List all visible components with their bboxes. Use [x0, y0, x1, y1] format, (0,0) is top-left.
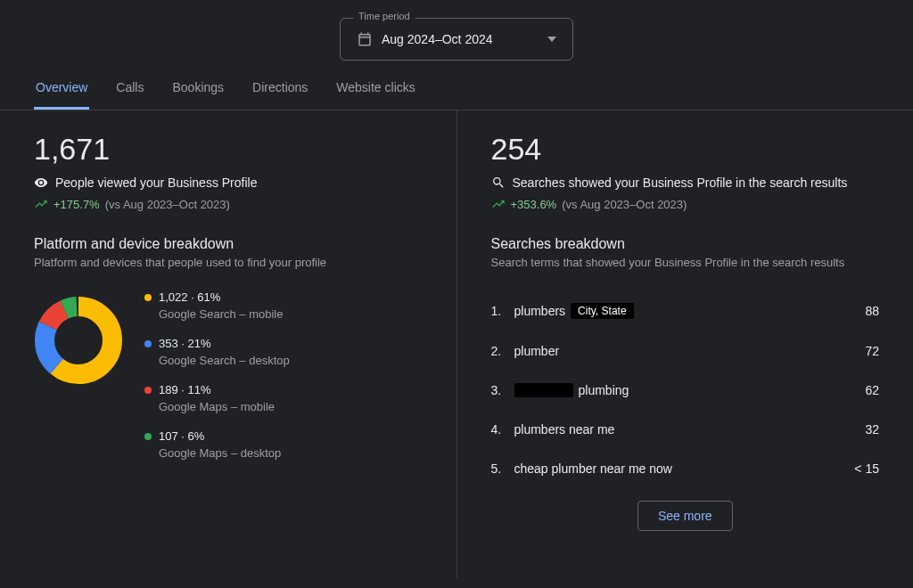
legend-label: Google Maps – desktop: [159, 446, 290, 460]
search-term: plumber: [514, 344, 866, 358]
tab-bookings[interactable]: Bookings: [170, 68, 226, 110]
legend-dot: [144, 387, 152, 394]
searches-total: 254: [491, 132, 880, 167]
search-count: 62: [865, 383, 879, 397]
searches-breakdown-title: Searches breakdown: [491, 236, 880, 252]
views-panel: 1,671 People viewed your Business Profil…: [0, 110, 457, 577]
search-rank: 1.: [491, 304, 514, 318]
views-label-row: People viewed your Business Profile: [34, 176, 423, 190]
redacted-blank: [514, 383, 573, 397]
searches-trend-pct: +353.6%: [511, 198, 557, 211]
time-period-container: Time period Aug 2024–Oct 2024: [0, 0, 913, 68]
search-term-row: 4.plumbers near me32: [491, 410, 880, 449]
chevron-down-icon: [547, 35, 556, 44]
views-total: 1,671: [34, 132, 423, 167]
eye-icon: [34, 176, 48, 190]
see-more-button[interactable]: See more: [637, 501, 733, 531]
search-term: plumbers near me: [514, 422, 866, 437]
legend-value: 189 · 11%: [159, 383, 211, 396]
search-term: plumbersCity, State: [514, 303, 866, 319]
trend-up-icon: [491, 197, 506, 211]
search-term-row: 5.cheap plumber near me now< 15: [491, 449, 880, 488]
tab-directions[interactable]: Directions: [251, 68, 309, 110]
search-rank: 2.: [491, 344, 514, 358]
searches-trend: +353.6% (vs Aug 2023–Oct 2023): [491, 197, 880, 211]
search-rank: 4.: [491, 422, 514, 437]
views-trend-compare: (vs Aug 2023–Oct 2023): [105, 198, 230, 211]
legend-dot: [144, 294, 152, 301]
tab-calls[interactable]: Calls: [114, 68, 145, 110]
search-term: cheap plumber near me now: [514, 461, 855, 476]
legend-item: 353 · 21%Google Search – desktop: [144, 337, 290, 367]
searches-panel: 254 Searches showed your Business Profil…: [457, 110, 914, 577]
views-trend: +175.7% (vs Aug 2023–Oct 2023): [34, 197, 423, 211]
search-term: plumbing: [514, 383, 866, 397]
search-term-row: 3.plumbing62: [491, 371, 880, 410]
tabs: OverviewCallsBookingsDirectionsWebsite c…: [0, 68, 913, 110]
legend-value: 353 · 21%: [159, 337, 211, 350]
donut-chart: [34, 296, 123, 385]
legend-dot: [144, 340, 152, 347]
legend-value: 1,022 · 61%: [159, 290, 220, 304]
searches-breakdown-sub: Search terms that showed your Business P…: [491, 256, 880, 269]
panels: 1,671 People viewed your Business Profil…: [0, 110, 913, 577]
search-count: 88: [865, 304, 879, 318]
time-period-legend: Time period: [353, 11, 415, 21]
search-terms-list: 1.plumbersCity, State882.plumber723.plum…: [491, 290, 880, 488]
see-more-wrap: See more: [491, 501, 880, 531]
search-icon: [491, 176, 506, 190]
legend-label: Google Search – desktop: [159, 354, 290, 367]
searches-label-row: Searches showed your Business Profile in…: [491, 176, 880, 190]
legend-dot: [144, 433, 152, 440]
legend-item: 1,022 · 61%Google Search – mobile: [144, 290, 290, 321]
calendar-icon: [357, 31, 373, 47]
legend-label: Google Search – mobile: [159, 307, 290, 321]
redacted-label: City, State: [571, 303, 633, 319]
views-label: People viewed your Business Profile: [55, 176, 257, 190]
legend-item: 189 · 11%Google Maps – mobile: [144, 383, 290, 413]
donut-section: 1,022 · 61%Google Search – mobile353 · 2…: [34, 290, 423, 460]
tab-website-clicks[interactable]: Website clicks: [334, 68, 416, 110]
time-period-select[interactable]: Aug 2024–Oct 2024: [341, 19, 572, 60]
views-trend-pct: +175.7%: [53, 198, 100, 211]
searches-label: Searches showed your Business Profile in…: [513, 176, 848, 190]
trend-up-icon: [34, 197, 48, 211]
legend-label: Google Maps – mobile: [159, 400, 290, 413]
legend-item: 107 · 6%Google Maps – desktop: [144, 429, 290, 460]
search-rank: 5.: [491, 461, 514, 476]
donut-legend: 1,022 · 61%Google Search – mobile353 · 2…: [144, 290, 290, 460]
search-term-row: 1.plumbersCity, State88: [491, 290, 880, 331]
search-count: < 15: [854, 461, 879, 476]
search-count: 72: [865, 344, 879, 358]
search-rank: 3.: [491, 383, 514, 397]
tab-overview[interactable]: Overview: [34, 68, 89, 110]
breakdown-sub: Platform and devices that people used to…: [34, 256, 423, 269]
time-period-value: Aug 2024–Oct 2024: [382, 32, 539, 46]
legend-value: 107 · 6%: [159, 429, 204, 443]
search-term-row: 2.plumber72: [491, 331, 880, 371]
breakdown-title: Platform and device breakdown: [34, 236, 423, 252]
search-count: 32: [865, 422, 879, 437]
searches-trend-compare: (vs Aug 2023–Oct 2023): [562, 198, 687, 211]
time-period-field: Time period Aug 2024–Oct 2024: [340, 18, 573, 61]
